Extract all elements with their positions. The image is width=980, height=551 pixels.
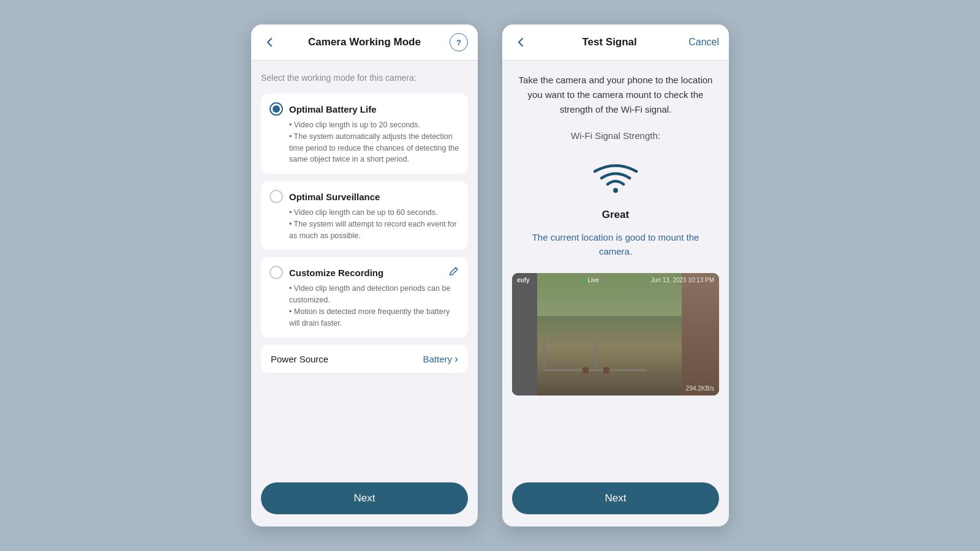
left-phone-card: Camera Working Mode ? Select the working… [251,24,478,527]
left-header: Camera Working Mode ? [251,24,478,61]
wifi-signal-label: Wi-Fi Signal Strength: [512,130,719,141]
customize-edit-icon[interactable] [448,266,459,279]
option-optimal-battery-desc: • Video clip length is up to 20 seconds.… [270,119,459,165]
cancel-button[interactable]: Cancel [688,37,719,48]
power-source-row[interactable]: Power Source Battery › [261,345,468,373]
camera-preview: eufy Live Jun 13, 2023 10:13 PM 294.2KB/… [512,273,719,395]
live-dot [581,279,585,282]
right-next-button[interactable]: Next [512,482,719,514]
camera-overlay-header: eufy Live Jun 13, 2023 10:13 PM [517,277,714,283]
working-mode-subtitle: Select the working mode for this camera: [261,70,468,86]
camera-bitrate-label: 294.2KB/s [686,385,714,392]
radio-optimal-surveillance[interactable] [270,190,283,203]
option-optimal-surveillance[interactable]: Optimal Surveillance • Video clip length… [261,181,468,250]
left-header-title: Camera Working Mode [279,36,450,48]
power-source-value[interactable]: Battery › [423,353,458,364]
wifi-icon-container [512,148,719,201]
radio-customize-recording[interactable] [270,266,283,279]
svg-point-0 [613,188,618,193]
power-source-label: Power Source [271,354,328,364]
right-phone-card: Test Signal Cancel Take the camera and y… [502,24,729,527]
signal-quality-text: Great [512,209,719,221]
left-card-body: Select the working mode for this camera:… [251,61,478,473]
wifi-signal-icon [591,158,640,198]
option-optimal-surveillance-label: Optimal Surveillance [289,192,459,202]
radio-optimal-battery[interactable] [270,102,283,116]
option-optimal-battery-label: Optimal Battery Life [289,104,459,114]
option-customize-recording-label: Customize Recording [289,268,442,278]
right-back-button[interactable] [512,33,530,51]
right-card-body: Take the camera and your phone to the lo… [502,61,729,473]
left-next-button[interactable]: Next [261,482,468,514]
option-customize-recording-desc: • Video clip length and detection period… [270,283,459,329]
yard-scene [512,273,719,395]
right-header-title: Test Signal [530,36,688,48]
battery-chevron-icon: › [454,353,458,364]
help-button[interactable]: ? [450,33,468,51]
signal-message-text: The current location is good to mount th… [512,228,719,261]
camera-live-indicator: Live [581,277,598,283]
camera-date-label: Jun 13, 2023 10:13 PM [651,277,714,283]
instruction-text: Take the camera and your phone to the lo… [512,70,719,123]
left-back-button[interactable] [261,33,279,51]
option-customize-recording[interactable]: Customize Recording • Video clip length … [261,257,468,337]
camera-brand-label: eufy [517,277,530,283]
option-optimal-surveillance-desc: • Video clip length can be up to 60 seco… [270,207,459,241]
right-header: Test Signal Cancel [502,24,729,61]
option-optimal-battery[interactable]: Optimal Battery Life • Video clip length… [261,94,468,174]
